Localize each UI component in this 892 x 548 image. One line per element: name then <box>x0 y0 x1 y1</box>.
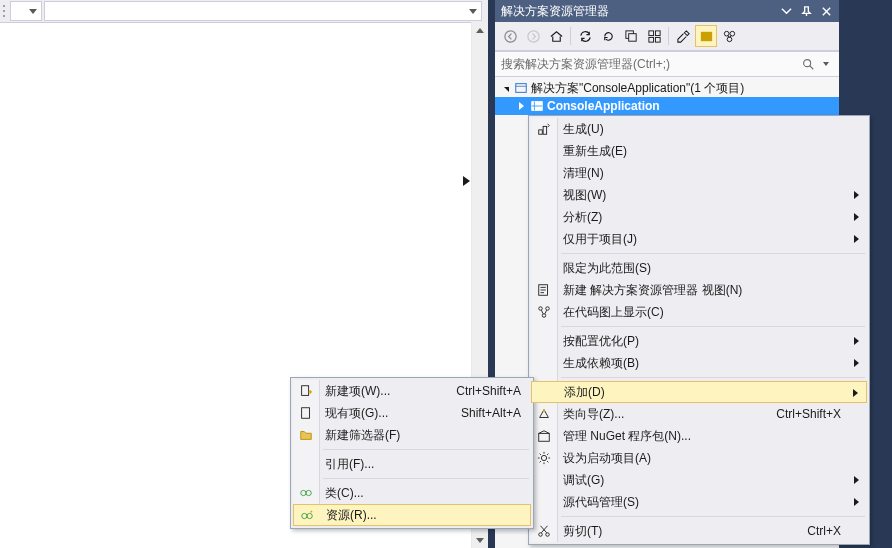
search-icon[interactable] <box>799 55 817 73</box>
scroll-up[interactable] <box>472 22 488 38</box>
solution-explorer-toolbar <box>495 22 839 51</box>
menu-build[interactable]: 生成(U) <box>531 118 867 140</box>
menu-rebuild[interactable]: 重新生成(E) <box>531 140 867 162</box>
project-context-menu: 生成(U) 重新生成(E) 清理(N) 视图(W) 分析(Z) 仅用于项目(J)… <box>528 115 870 545</box>
codemap-icon <box>535 303 553 321</box>
tree-solution-label: 解决方案"ConsoleApplication"(1 个项目) <box>531 80 744 97</box>
view-class-button[interactable] <box>718 25 740 47</box>
svg-rect-13 <box>516 84 527 93</box>
expander-icon[interactable] <box>499 82 511 94</box>
gear-icon <box>535 449 553 467</box>
classwizard-icon <box>535 405 553 423</box>
nuget-icon <box>535 427 553 445</box>
submenu-class[interactable]: 类(C)... <box>293 482 531 504</box>
panel-pin-button[interactable] <box>797 2 815 20</box>
svg-rect-26 <box>302 408 310 419</box>
menu-cut[interactable]: 剪切(T) Ctrl+X <box>531 520 867 542</box>
svg-rect-8 <box>700 31 711 40</box>
solution-icon <box>513 80 529 96</box>
search-placeholder: 搜索解决方案资源管理器(Ctrl+;) <box>501 56 799 73</box>
menu-view[interactable]: 视图(W) <box>531 184 867 206</box>
solution-tree: 解决方案"ConsoleApplication"(1 个项目) ConsoleA… <box>495 77 839 115</box>
properties-button[interactable] <box>672 25 694 47</box>
svg-point-18 <box>539 307 543 311</box>
menu-analyze[interactable]: 分析(Z) <box>531 206 867 228</box>
panel-close-button[interactable] <box>817 2 835 20</box>
panel-menu-button[interactable] <box>777 2 795 20</box>
editor-toolbar <box>0 0 488 23</box>
svg-point-30 <box>307 513 312 518</box>
submenu-existing-item[interactable]: 现有项(G)... Shift+Alt+A <box>293 402 531 424</box>
home-button[interactable] <box>545 25 567 47</box>
folder-icon <box>297 426 315 444</box>
svg-point-28 <box>306 490 311 495</box>
collapse-all-button[interactable] <box>620 25 642 47</box>
svg-rect-15 <box>539 130 543 134</box>
svg-point-1 <box>527 30 538 41</box>
submenu-reference[interactable]: 引用(F)... <box>293 453 531 475</box>
svg-rect-25 <box>302 386 309 396</box>
search-dropdown[interactable] <box>817 55 835 73</box>
scope-combo[interactable] <box>10 1 42 21</box>
menu-debug[interactable]: 调试(G) <box>531 469 867 491</box>
menu-new-solexp-view[interactable]: 新建 解决方案资源管理器 视图(N) <box>531 279 867 301</box>
menu-scope[interactable]: 限定为此范围(S) <box>531 257 867 279</box>
add-submenu: 新建项(W)... Ctrl+Shift+A 现有项(G)... Shift+A… <box>290 377 534 529</box>
menu-add[interactable]: 添加(D) <box>531 381 867 403</box>
svg-point-19 <box>546 307 550 311</box>
svg-rect-7 <box>655 37 660 42</box>
menu-clean[interactable]: 清理(N) <box>531 162 867 184</box>
panel-title: 解决方案资源管理器 <box>501 3 777 20</box>
back-button[interactable] <box>499 25 521 47</box>
menu-pgo[interactable]: 按配置优化(P) <box>531 330 867 352</box>
forward-button[interactable] <box>522 25 544 47</box>
preview-button[interactable] <box>695 25 717 47</box>
svg-point-12 <box>804 60 811 67</box>
refresh-button[interactable] <box>597 25 619 47</box>
menu-sourcecontrol[interactable]: 源代码管理(S) <box>531 491 867 513</box>
menu-startup[interactable]: 设为启动项目(A) <box>531 447 867 469</box>
svg-point-0 <box>504 30 515 41</box>
existing-item-icon <box>297 404 315 422</box>
toolbar-grip[interactable] <box>2 4 7 19</box>
svg-point-9 <box>724 31 729 36</box>
panel-titlebar[interactable]: 解决方案资源管理器 <box>495 0 839 22</box>
svg-point-10 <box>729 31 734 36</box>
svg-point-29 <box>302 513 307 518</box>
menu-project-only[interactable]: 仅用于项目(J) <box>531 228 867 250</box>
build-icon <box>535 120 553 138</box>
svg-rect-6 <box>648 37 653 42</box>
class-icon <box>297 484 315 502</box>
tree-project-label: ConsoleApplication <box>547 99 660 113</box>
submenu-new-item[interactable]: 新建项(W)... Ctrl+Shift+A <box>293 380 531 402</box>
svg-rect-21 <box>539 433 550 441</box>
svg-rect-16 <box>543 126 547 134</box>
sync-button[interactable] <box>574 25 596 47</box>
svg-rect-4 <box>648 30 653 35</box>
tree-solution-row[interactable]: 解决方案"ConsoleApplication"(1 个项目) <box>495 79 839 97</box>
show-all-button[interactable] <box>643 25 665 47</box>
svg-point-11 <box>727 36 732 41</box>
menu-build-deps[interactable]: 生成依赖项(B) <box>531 352 867 374</box>
svg-rect-5 <box>655 30 660 35</box>
menu-nuget[interactable]: 管理 NuGet 程序包(N)... <box>531 425 867 447</box>
svg-point-27 <box>301 490 306 495</box>
svg-point-22 <box>541 455 546 460</box>
new-view-icon <box>535 281 553 299</box>
svg-point-24 <box>546 533 550 537</box>
svg-point-23 <box>539 533 543 537</box>
member-combo[interactable] <box>44 1 482 21</box>
submenu-resource[interactable]: 资源(R)... <box>293 504 531 526</box>
scroll-down[interactable] <box>472 532 488 548</box>
project-icon <box>529 98 545 114</box>
submenu-new-filter[interactable]: 新建筛选器(F) <box>293 424 531 446</box>
solution-search[interactable]: 搜索解决方案资源管理器(Ctrl+;) <box>495 51 839 77</box>
expander-icon[interactable] <box>515 100 527 112</box>
resource-icon <box>298 507 316 525</box>
tree-project-row[interactable]: ConsoleApplication <box>495 97 839 115</box>
outline-collapse-icon[interactable] <box>462 175 474 187</box>
menu-codemap[interactable]: 在代码图上显示(C) <box>531 301 867 323</box>
svg-rect-3 <box>628 33 636 41</box>
scissors-icon <box>535 522 553 540</box>
menu-classwizard[interactable]: 类向导(Z)... Ctrl+Shift+X <box>531 403 867 425</box>
